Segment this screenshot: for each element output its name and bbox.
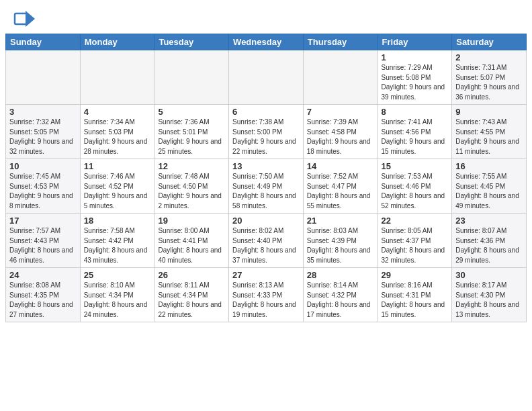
calendar-week-row: 3Sunrise: 7:32 AM Sunset: 5:05 PM Daylig… xyxy=(6,105,527,159)
day-info: Sunrise: 8:14 AM Sunset: 4:32 PM Dayligh… xyxy=(307,281,374,320)
calendar-cell: 26Sunrise: 8:11 AM Sunset: 4:34 PM Dayli… xyxy=(154,268,229,322)
day-info: Sunrise: 8:03 AM Sunset: 4:39 PM Dayligh… xyxy=(307,226,374,265)
day-info: Sunrise: 8:02 AM Sunset: 4:40 PM Dayligh… xyxy=(232,226,300,265)
day-number: 28 xyxy=(307,270,374,280)
weekday-header-row: SundayMondayTuesdayWednesdayThursdayFrid… xyxy=(6,34,527,50)
calendar-cell: 28Sunrise: 8:14 AM Sunset: 4:32 PM Dayli… xyxy=(303,268,378,322)
weekday-header: Wednesday xyxy=(229,34,304,50)
calendar-week-row: 10Sunrise: 7:45 AM Sunset: 4:53 PM Dayli… xyxy=(6,159,527,214)
calendar-cell: 27Sunrise: 8:13 AM Sunset: 4:33 PM Dayli… xyxy=(229,268,304,322)
weekday-header: Sunday xyxy=(6,34,81,50)
calendar-cell xyxy=(229,50,304,105)
day-info: Sunrise: 7:57 AM Sunset: 4:43 PM Dayligh… xyxy=(9,226,77,265)
day-number: 20 xyxy=(232,216,300,226)
day-info: Sunrise: 7:45 AM Sunset: 4:53 PM Dayligh… xyxy=(9,172,77,211)
day-number: 29 xyxy=(382,270,449,280)
day-number: 30 xyxy=(455,270,523,280)
day-info: Sunrise: 7:39 AM Sunset: 4:58 PM Dayligh… xyxy=(307,118,374,156)
day-number: 22 xyxy=(382,216,449,226)
day-number: 26 xyxy=(158,270,225,280)
day-number: 24 xyxy=(9,270,77,280)
day-info: Sunrise: 8:11 AM Sunset: 4:34 PM Dayligh… xyxy=(158,281,225,320)
day-number: 23 xyxy=(455,216,523,226)
day-info: Sunrise: 8:16 AM Sunset: 4:31 PM Dayligh… xyxy=(382,281,449,320)
day-number: 10 xyxy=(9,161,77,171)
logo xyxy=(12,7,38,31)
calendar-cell xyxy=(303,50,378,105)
day-info: Sunrise: 7:29 AM Sunset: 5:08 PM Dayligh… xyxy=(382,63,449,102)
calendar-week-row: 17Sunrise: 7:57 AM Sunset: 4:43 PM Dayli… xyxy=(6,214,527,268)
calendar-cell: 16Sunrise: 7:55 AM Sunset: 4:45 PM Dayli… xyxy=(452,159,527,214)
calendar-cell: 3Sunrise: 7:32 AM Sunset: 5:05 PM Daylig… xyxy=(6,105,81,159)
day-info: Sunrise: 7:50 AM Sunset: 4:49 PM Dayligh… xyxy=(232,172,300,211)
day-info: Sunrise: 8:00 AM Sunset: 4:41 PM Dayligh… xyxy=(158,226,225,265)
calendar-cell: 22Sunrise: 8:05 AM Sunset: 4:37 PM Dayli… xyxy=(378,214,452,268)
calendar-cell xyxy=(80,50,154,105)
day-info: Sunrise: 8:17 AM Sunset: 4:30 PM Dayligh… xyxy=(455,281,523,320)
day-info: Sunrise: 8:07 AM Sunset: 4:36 PM Dayligh… xyxy=(455,226,523,265)
page-container: SundayMondayTuesdayWednesdayThursdayFrid… xyxy=(0,0,532,411)
day-number: 27 xyxy=(232,270,300,280)
day-number: 16 xyxy=(455,161,523,171)
day-number: 17 xyxy=(9,216,77,226)
logo-icon xyxy=(12,7,36,31)
calendar-week-row: 24Sunrise: 8:08 AM Sunset: 4:35 PM Dayli… xyxy=(6,268,527,322)
weekday-header: Monday xyxy=(80,34,154,50)
day-info: Sunrise: 7:53 AM Sunset: 4:46 PM Dayligh… xyxy=(382,172,449,211)
calendar-cell: 24Sunrise: 8:08 AM Sunset: 4:35 PM Dayli… xyxy=(6,268,81,322)
calendar-cell: 17Sunrise: 7:57 AM Sunset: 4:43 PM Dayli… xyxy=(6,214,81,268)
day-number: 18 xyxy=(84,216,151,226)
day-info: Sunrise: 7:34 AM Sunset: 5:03 PM Dayligh… xyxy=(84,118,151,156)
calendar-cell: 23Sunrise: 8:07 AM Sunset: 4:36 PM Dayli… xyxy=(452,214,527,268)
day-info: Sunrise: 7:32 AM Sunset: 5:05 PM Dayligh… xyxy=(9,118,77,156)
day-number: 11 xyxy=(84,161,151,171)
calendar-cell: 14Sunrise: 7:52 AM Sunset: 4:47 PM Dayli… xyxy=(303,159,378,214)
calendar-cell: 29Sunrise: 8:16 AM Sunset: 4:31 PM Dayli… xyxy=(378,268,452,322)
calendar-cell: 8Sunrise: 7:41 AM Sunset: 4:56 PM Daylig… xyxy=(378,105,452,159)
day-info: Sunrise: 7:43 AM Sunset: 4:55 PM Dayligh… xyxy=(455,118,523,156)
calendar-cell xyxy=(6,50,81,105)
day-number: 3 xyxy=(9,107,77,117)
day-info: Sunrise: 8:05 AM Sunset: 4:37 PM Dayligh… xyxy=(382,226,449,265)
day-info: Sunrise: 8:08 AM Sunset: 4:35 PM Dayligh… xyxy=(9,281,77,320)
calendar-cell: 19Sunrise: 8:00 AM Sunset: 4:41 PM Dayli… xyxy=(154,214,229,268)
day-info: Sunrise: 7:46 AM Sunset: 4:52 PM Dayligh… xyxy=(84,172,151,211)
calendar-cell: 13Sunrise: 7:50 AM Sunset: 4:49 PM Dayli… xyxy=(229,159,304,214)
calendar-cell: 11Sunrise: 7:46 AM Sunset: 4:52 PM Dayli… xyxy=(80,159,154,214)
calendar-cell: 21Sunrise: 8:03 AM Sunset: 4:39 PM Dayli… xyxy=(303,214,378,268)
day-number: 1 xyxy=(382,52,449,62)
day-info: Sunrise: 7:38 AM Sunset: 5:00 PM Dayligh… xyxy=(232,118,300,156)
day-number: 2 xyxy=(455,52,523,62)
calendar-cell: 25Sunrise: 8:10 AM Sunset: 4:34 PM Dayli… xyxy=(80,268,154,322)
calendar-cell: 5Sunrise: 7:36 AM Sunset: 5:01 PM Daylig… xyxy=(154,105,229,159)
weekday-header: Saturday xyxy=(452,34,527,50)
calendar-cell: 12Sunrise: 7:48 AM Sunset: 4:50 PM Dayli… xyxy=(154,159,229,214)
calendar-cell xyxy=(154,50,229,105)
day-number: 7 xyxy=(307,107,374,117)
day-info: Sunrise: 7:36 AM Sunset: 5:01 PM Dayligh… xyxy=(158,118,225,156)
day-info: Sunrise: 8:13 AM Sunset: 4:33 PM Dayligh… xyxy=(232,281,300,320)
day-info: Sunrise: 7:48 AM Sunset: 4:50 PM Dayligh… xyxy=(158,172,225,211)
calendar-cell: 7Sunrise: 7:39 AM Sunset: 4:58 PM Daylig… xyxy=(303,105,378,159)
calendar-week-row: 1Sunrise: 7:29 AM Sunset: 5:08 PM Daylig… xyxy=(6,50,527,105)
day-number: 6 xyxy=(232,107,300,117)
calendar-cell: 1Sunrise: 7:29 AM Sunset: 5:08 PM Daylig… xyxy=(378,50,452,105)
day-number: 19 xyxy=(158,216,225,226)
calendar-cell: 15Sunrise: 7:53 AM Sunset: 4:46 PM Dayli… xyxy=(378,159,452,214)
weekday-header: Thursday xyxy=(303,34,378,50)
day-number: 8 xyxy=(382,107,449,117)
day-info: Sunrise: 7:31 AM Sunset: 5:07 PM Dayligh… xyxy=(455,63,523,102)
calendar-cell: 10Sunrise: 7:45 AM Sunset: 4:53 PM Dayli… xyxy=(6,159,81,214)
day-number: 14 xyxy=(307,161,374,171)
day-number: 4 xyxy=(84,107,151,117)
calendar-cell: 9Sunrise: 7:43 AM Sunset: 4:55 PM Daylig… xyxy=(452,105,527,159)
day-number: 13 xyxy=(232,161,300,171)
calendar-cell: 20Sunrise: 8:02 AM Sunset: 4:40 PM Dayli… xyxy=(229,214,304,268)
day-number: 15 xyxy=(382,161,449,171)
day-info: Sunrise: 7:58 AM Sunset: 4:42 PM Dayligh… xyxy=(84,226,151,265)
calendar-cell: 2Sunrise: 7:31 AM Sunset: 5:07 PM Daylig… xyxy=(452,50,527,105)
day-number: 25 xyxy=(84,270,151,280)
calendar-cell: 6Sunrise: 7:38 AM Sunset: 5:00 PM Daylig… xyxy=(229,105,304,159)
calendar-table: SundayMondayTuesdayWednesdayThursdayFrid… xyxy=(5,34,527,322)
calendar-cell: 18Sunrise: 7:58 AM Sunset: 4:42 PM Dayli… xyxy=(80,214,154,268)
